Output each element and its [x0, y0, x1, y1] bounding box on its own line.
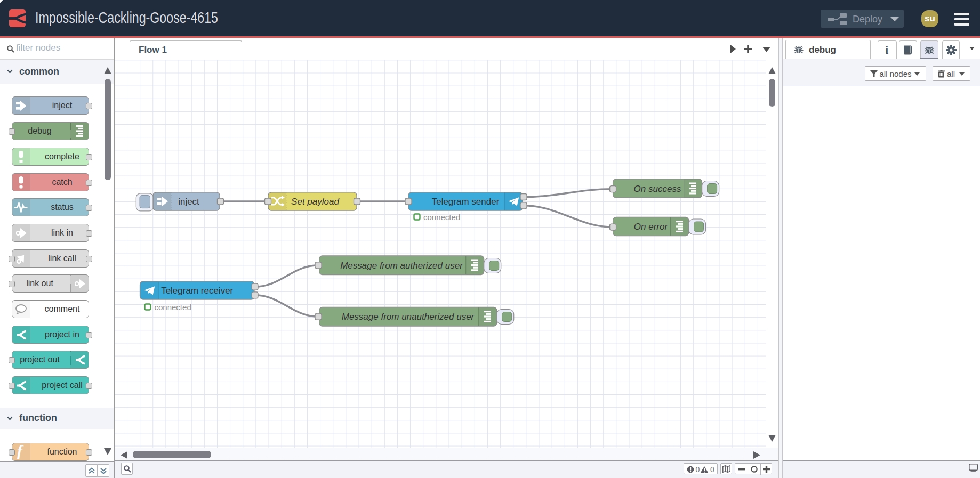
svg-text:Message from autherized user: Message from autherized user — [340, 261, 463, 271]
svg-text:Telegram receiver: Telegram receiver — [161, 286, 233, 296]
svg-text:Set payload: Set payload — [291, 197, 339, 207]
svg-text:i: i — [886, 45, 888, 55]
svg-text:f: f — [17, 444, 24, 459]
svg-text:0: 0 — [696, 466, 700, 473]
svg-text:Telegram sender: Telegram sender — [432, 197, 500, 207]
svg-text:connected: connected — [423, 213, 460, 222]
svg-text:On success: On success — [634, 184, 681, 194]
svg-text:inject: inject — [178, 197, 199, 207]
svg-text:On error: On error — [634, 222, 669, 232]
svg-text:0: 0 — [710, 466, 714, 473]
svg-text:connected: connected — [155, 303, 191, 312]
svg-text:Message from unautherized user: Message from unautherized user — [342, 312, 475, 322]
